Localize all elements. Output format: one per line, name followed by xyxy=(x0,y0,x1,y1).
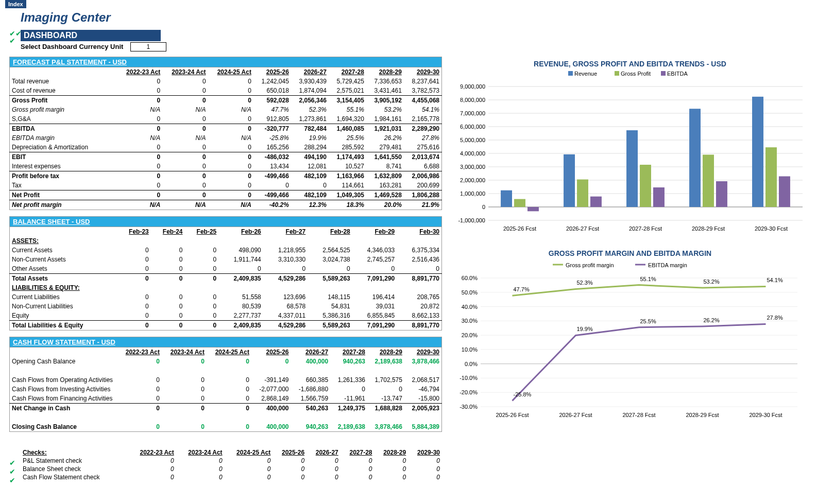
cell-value: 0 xyxy=(117,264,151,274)
cell-value: 2,165,778 xyxy=(404,114,442,124)
cell-value: 2,516,436 xyxy=(397,255,441,264)
cell-value: 288,294 xyxy=(291,143,329,152)
svg-text:Revenue: Revenue xyxy=(574,71,597,77)
cell-value: 6,688 xyxy=(404,162,442,171)
cell-value: 0 xyxy=(117,375,162,385)
row-label: Total revenue xyxy=(10,77,117,86)
cell-value: 114,661 xyxy=(329,181,366,190)
column-header: Feb-30 xyxy=(397,227,441,237)
row-label: Non-Current Assets xyxy=(10,255,117,264)
cell-value: 0 xyxy=(128,465,176,473)
cell-value: 0 xyxy=(208,143,253,152)
svg-rect-35 xyxy=(590,197,602,207)
cell-value: 2,745,257 xyxy=(352,255,397,264)
column-header: 2027-28 xyxy=(341,448,375,457)
cell-value: 27.8% xyxy=(404,133,442,143)
cell-value: 0 xyxy=(273,457,307,465)
cell-value: 0 xyxy=(117,96,162,106)
cell-value: 21.9% xyxy=(404,200,442,210)
row-label: Cash Flows from Operating Activities xyxy=(10,375,117,385)
svg-text:9,000,000: 9,000,000 xyxy=(460,83,485,90)
svg-text:2,000,000: 2,000,000 xyxy=(460,177,485,183)
row-label: Non-Current Liabilities xyxy=(10,302,117,311)
cell-value: 68,578 xyxy=(263,302,308,311)
svg-text:54.1%: 54.1% xyxy=(767,277,783,283)
cell-value: 0 xyxy=(117,124,162,134)
column-header: 2025-26 xyxy=(273,448,307,457)
cell-value: N/A xyxy=(162,133,208,143)
cell-value: 52.3% xyxy=(291,105,329,114)
cell-value: 2,868,149 xyxy=(251,394,291,404)
cell-value: 1,632,809 xyxy=(366,171,404,181)
cell-value: 0 xyxy=(162,404,207,413)
svg-text:-25.8%: -25.8% xyxy=(514,391,532,397)
cell-value: 2,056,346 xyxy=(291,96,329,106)
column-header: 2023-24 Act xyxy=(162,347,207,357)
svg-rect-2 xyxy=(615,71,619,76)
cell-value: 3,431,461 xyxy=(366,86,404,96)
cell-value: -11,961 xyxy=(330,394,367,404)
row-label: S,G&A xyxy=(10,114,117,124)
cell-value: 0 xyxy=(207,385,251,394)
svg-text:55.1%: 55.1% xyxy=(640,276,656,282)
cell-value: 0 xyxy=(208,162,253,171)
row-label xyxy=(10,413,117,422)
column-header: Feb-24 xyxy=(151,227,185,237)
svg-text:2028-29 Fcst: 2028-29 Fcst xyxy=(692,225,725,232)
check-icon: ✔ xyxy=(9,37,22,44)
cell-value: 0 xyxy=(225,465,273,473)
cell-value: 0 xyxy=(117,190,162,200)
cell-value: 0 xyxy=(162,357,207,366)
cell-value: 0 xyxy=(117,302,151,311)
svg-text:Gross Profit: Gross Profit xyxy=(621,71,651,77)
cell-value: 163,281 xyxy=(366,181,404,190)
row-label: Opening Cash Balance xyxy=(10,357,117,366)
cell-value: 0 xyxy=(151,292,185,302)
cell-value: 0 xyxy=(408,473,442,481)
svg-rect-46 xyxy=(765,147,777,207)
row-label: Closing Cash Balance xyxy=(10,422,117,432)
svg-text:6,000,000: 6,000,000 xyxy=(460,124,485,130)
index-button[interactable]: Index xyxy=(5,0,26,8)
cell-value xyxy=(291,413,331,422)
svg-text:1,000,000: 1,000,000 xyxy=(460,190,485,197)
column-header: Feb-27 xyxy=(263,227,308,237)
svg-text:2029-30 Fcst: 2029-30 Fcst xyxy=(755,225,788,232)
cell-value: 6,855,845 xyxy=(352,311,397,321)
cell-value xyxy=(367,413,404,422)
cell-value: 47.7% xyxy=(253,105,291,114)
cell-value: 8,662,133 xyxy=(397,311,441,321)
cell-value: 0 xyxy=(307,465,341,473)
cell-value: 0 xyxy=(162,375,207,385)
currency-input[interactable]: 1 xyxy=(130,42,166,51)
cell-value: 0 xyxy=(208,114,253,124)
cell-value: 482,109 xyxy=(291,190,329,200)
cell-value: 5,729,425 xyxy=(329,77,366,86)
svg-text:EBITDA: EBITDA xyxy=(667,71,688,77)
cell-value: 650,018 xyxy=(253,86,291,96)
cell-value: 0 xyxy=(176,465,225,473)
row-label: Balance Sheet check xyxy=(21,465,128,473)
cell-value: 0 xyxy=(162,143,208,152)
svg-text:2026-27 Fcst: 2026-27 Fcst xyxy=(559,412,592,418)
cell-value: 0 xyxy=(151,274,185,284)
svg-text:-30.0%: -30.0% xyxy=(459,404,478,410)
financial-table: Feb-23Feb-24Feb-25Feb-26Feb-27Feb-28Feb-… xyxy=(9,227,442,331)
column-header: 2023-24 Act xyxy=(176,448,225,457)
cell-value: 482,109 xyxy=(291,171,329,181)
cell-value: 0 xyxy=(117,162,162,171)
cell-value: 1,242,045 xyxy=(253,77,291,86)
cell-value xyxy=(404,413,442,422)
cell-value: -486,032 xyxy=(253,152,291,162)
chart1-title: REVENUE, GROSS PROFIT AND EBITDA TRENDS … xyxy=(452,60,808,68)
cell-value: 0 xyxy=(185,255,219,264)
cell-value: 1,249,375 xyxy=(330,404,367,413)
svg-text:60.0%: 60.0% xyxy=(462,275,478,281)
cell-value: 0 xyxy=(218,264,263,274)
cell-value xyxy=(404,366,442,375)
cell-value: 3,024,738 xyxy=(308,255,352,264)
cell-value: 0 xyxy=(330,385,367,394)
row-label: Gross profit margin xyxy=(10,105,117,114)
svg-text:2026-27 Fcst: 2026-27 Fcst xyxy=(566,225,599,232)
cell-value xyxy=(117,366,162,375)
